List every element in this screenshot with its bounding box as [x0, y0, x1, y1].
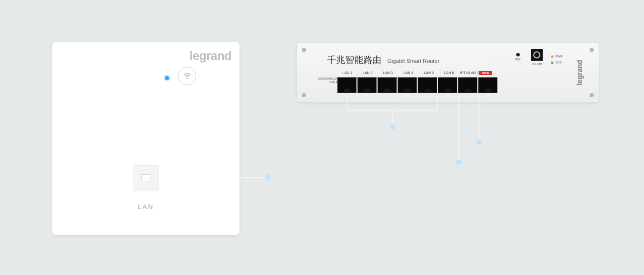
- wifi-button[interactable]: [178, 67, 196, 85]
- svg-point-6: [456, 160, 461, 165]
- reset-label: RST: [515, 58, 521, 61]
- dc-power-area: DC 48V: [531, 49, 543, 65]
- svg-point-4: [390, 124, 395, 129]
- eth-port-iptv[interactable]: [458, 77, 477, 93]
- eth-port-lan3[interactable]: [377, 77, 397, 93]
- dc-label: DC 48V: [531, 62, 543, 65]
- wan-label: WAN: [479, 71, 492, 75]
- eth-port-lan5[interactable]: [418, 77, 437, 93]
- router-title: 千兆智能路由 Gigabit Smart Router: [327, 54, 439, 66]
- pwr-led-icon: [551, 55, 553, 58]
- port-label: LAN 5: [419, 71, 439, 75]
- status-led-icon: [165, 76, 169, 80]
- wall-access-point: legrand LAN: [52, 42, 239, 235]
- rj45-icon: [141, 174, 150, 181]
- sys-led-icon: [551, 61, 553, 64]
- port-label: IPTV/LAN 7: [459, 71, 480, 75]
- wifi-icon: [183, 72, 192, 81]
- port-labels-row: LAN 1 LAN 2 LAN 3 LAN 4 LAN 5 LAN 6 IPTV…: [337, 71, 480, 75]
- dc-jack-icon[interactable]: [531, 49, 543, 61]
- port-label: LAN 3: [378, 71, 398, 75]
- reset-area: RST: [515, 53, 521, 61]
- lan-port[interactable]: [133, 165, 159, 191]
- eth-port-lan1[interactable]: [337, 77, 357, 93]
- svg-point-0: [187, 78, 188, 79]
- screw-icon: [590, 93, 594, 97]
- port-label: LAN 4: [398, 71, 419, 75]
- router-title-cn: 千兆智能路由: [327, 54, 381, 66]
- screw-icon: [302, 93, 306, 97]
- svg-point-2: [265, 175, 270, 180]
- eth-port-lan6[interactable]: [438, 77, 457, 93]
- svg-point-8: [476, 140, 481, 145]
- gigabit-smart-router: 千兆智能路由 Gigabit Smart Router legrand 10M/…: [297, 43, 599, 102]
- router-title-en: Gigabit Smart Router: [387, 58, 439, 64]
- port-label: LAN 1: [337, 71, 358, 75]
- pwr-label: PWR: [555, 55, 562, 58]
- ethernet-ports-row: [337, 77, 498, 93]
- eth-port-lan2[interactable]: [357, 77, 377, 93]
- router-brand-label: legrand: [576, 60, 584, 86]
- reset-button[interactable]: [516, 53, 520, 56]
- port-label: LAN 6: [439, 71, 460, 75]
- port-label: LAN 2: [358, 71, 378, 75]
- sys-label: SYS: [555, 61, 561, 64]
- eth-port-lan4[interactable]: [397, 77, 417, 93]
- wallplate-brand-label: legrand: [190, 49, 231, 63]
- status-leds: PWR SYS: [551, 55, 562, 67]
- lan-label: LAN: [138, 203, 153, 211]
- eth-port-wan[interactable]: [478, 77, 498, 93]
